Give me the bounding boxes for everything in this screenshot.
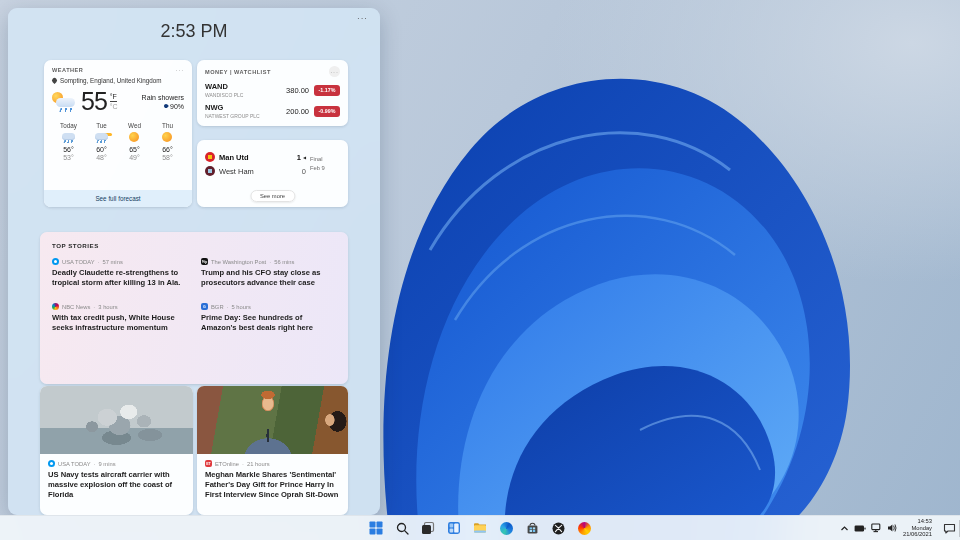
- task-view-icon: [421, 521, 435, 535]
- sports-widget[interactable]: Man Utd 1 ◀ West Ham 0 Final Feb 9 See m…: [197, 140, 348, 207]
- forecast-day[interactable]: Wed 65° 49°: [118, 122, 151, 161]
- weather-header: WEATHER: [52, 67, 83, 73]
- tray-clock[interactable]: 14:53 Monday 21/06/2021: [903, 518, 932, 539]
- file-explorer-button[interactable]: [470, 518, 490, 538]
- team-row: West Ham 0: [205, 164, 310, 178]
- bgr-logo-icon: [201, 303, 208, 310]
- news-headline[interactable]: Meghan Markle Shares 'Sentimental' Fathe…: [205, 470, 340, 500]
- match-status: Final: [310, 155, 323, 164]
- widgets-button[interactable]: [444, 518, 464, 538]
- money-header: MONEY | WATCHLIST: [205, 69, 271, 75]
- battery-icon[interactable]: [854, 524, 866, 533]
- forecast-day[interactable]: Thu 66° 58°: [151, 122, 184, 161]
- top-stories-widget: TOP STORIES USA TODAY · 57 mins Deadly C…: [40, 232, 348, 384]
- winner-marker-icon: ◀: [303, 155, 306, 160]
- man-utd-crest-icon: [205, 152, 215, 162]
- forecast-day[interactable]: Tue 60° 48°: [85, 122, 118, 161]
- see-more-button[interactable]: See more: [250, 190, 295, 202]
- harry-and-meghan-image: [197, 386, 348, 454]
- washington-post-logo-icon: [201, 258, 208, 265]
- story-item[interactable]: NBC News · 3 hours With tax credit push,…: [52, 303, 187, 333]
- taskbar: 14:53 Monday 21/06/2021: [0, 515, 960, 540]
- edge-icon: [500, 522, 513, 535]
- nbc-news-logo-icon: [52, 303, 59, 310]
- rain-icon: [62, 132, 75, 143]
- tray-date: 21/06/2021: [903, 531, 932, 538]
- panel-clock: 2:53 PM: [8, 21, 380, 42]
- file-explorer-icon: [473, 521, 487, 535]
- hidden-icons-chevron[interactable]: [840, 524, 849, 533]
- tray-day: Monday: [903, 525, 932, 532]
- story-headline[interactable]: With tax credit push, White House seeks …: [52, 313, 187, 333]
- stock-price: 380.00: [286, 86, 309, 95]
- chat-bubble-icon[interactable]: [943, 523, 956, 534]
- store-button[interactable]: [522, 518, 542, 538]
- story-item[interactable]: BGR · 5 hours Prime Day: See hundreds of…: [201, 303, 336, 333]
- rain-sun-icon: [95, 132, 108, 143]
- firefox-icon: [578, 522, 591, 535]
- tray-time: 14:53: [903, 518, 932, 525]
- location-pin-icon: [51, 77, 58, 84]
- widgets-panel: 2:53 PM ··· WEATHER ··· Sompting, Englan…: [8, 8, 380, 515]
- search-icon: [396, 522, 409, 535]
- news-headline[interactable]: US Navy tests aircraft carrier with mass…: [48, 470, 185, 500]
- money-watchlist-widget[interactable]: MONEY | WATCHLIST ··· WAND WANDISCO PLC …: [197, 60, 348, 126]
- volume-icon[interactable]: [887, 523, 898, 533]
- forecast-day[interactable]: Today 56° 53°: [52, 122, 85, 161]
- unit-celsius-toggle[interactable]: °C: [110, 103, 118, 110]
- store-icon: [526, 522, 539, 535]
- firefox-button[interactable]: [574, 518, 594, 538]
- usa-today-logo-icon: [52, 258, 59, 265]
- precip-drop-icon: [163, 103, 169, 109]
- edge-button[interactable]: [496, 518, 516, 538]
- xbox-icon: [552, 522, 565, 535]
- etonline-logo-icon: [205, 460, 212, 467]
- news-card[interactable]: USA TODAY · 9 mins US Navy tests aircraf…: [40, 386, 193, 515]
- story-headline[interactable]: Deadly Claudette re-strengthens to tropi…: [52, 268, 187, 288]
- stock-change-badge: -0.99%: [314, 106, 340, 117]
- start-icon: [369, 521, 383, 535]
- usa-today-logo-icon: [48, 460, 55, 467]
- task-view-button[interactable]: [418, 518, 438, 538]
- news-card[interactable]: ETOnline · 21 hours Meghan Markle Shares…: [197, 386, 348, 515]
- explosion-at-sea-image: [40, 386, 193, 454]
- weather-widget[interactable]: WEATHER ··· Sompting, England, United Ki…: [44, 60, 192, 207]
- see-full-forecast-button[interactable]: See full forecast: [44, 190, 192, 207]
- top-stories-header: TOP STORIES: [52, 242, 336, 249]
- unit-fahrenheit-toggle[interactable]: °F: [110, 93, 117, 102]
- panel-menu-icon[interactable]: ···: [357, 14, 368, 23]
- weather-location: Sompting, England, United Kingdom: [60, 77, 162, 84]
- current-temperature: 55: [81, 87, 107, 116]
- search-button[interactable]: [392, 518, 412, 538]
- story-headline[interactable]: Trump and his CFO stay close as prosecut…: [201, 268, 336, 288]
- team-score: 1 ◀: [297, 153, 310, 162]
- sunny-icon: [128, 132, 141, 143]
- story-item[interactable]: USA TODAY · 57 mins Deadly Claudette re-…: [52, 258, 187, 288]
- story-item[interactable]: The Washington Post · 56 mins Trump and …: [201, 258, 336, 288]
- west-ham-crest-icon: [205, 166, 215, 176]
- stock-row[interactable]: WAND WANDISCO PLC 380.00 -1.17%: [205, 82, 340, 98]
- start-button[interactable]: [366, 518, 386, 538]
- money-menu-icon[interactable]: ···: [329, 66, 340, 77]
- story-headline[interactable]: Prime Day: See hundreds of Amazon's best…: [201, 313, 336, 333]
- desktop: 2:53 PM ··· WEATHER ··· Sompting, Englan…: [0, 0, 960, 540]
- sun-cloud-rain-icon: [52, 91, 78, 113]
- stock-change-badge: -1.17%: [314, 85, 340, 96]
- match-date: Feb 9: [310, 164, 325, 173]
- weather-condition: Rain showers: [142, 94, 184, 101]
- weather-menu-icon[interactable]: ···: [176, 67, 184, 73]
- widgets-icon: [447, 521, 461, 535]
- xbox-button[interactable]: [548, 518, 568, 538]
- network-icon[interactable]: [871, 523, 882, 533]
- sunny-icon: [161, 132, 174, 143]
- precip-chance: 90%: [170, 103, 184, 110]
- team-score: 0: [302, 167, 310, 176]
- stock-price: 200.00: [286, 107, 309, 116]
- team-row: Man Utd 1 ◀: [205, 150, 310, 164]
- stock-row[interactable]: NWG NATWEST GROUP PLC 200.00 -0.99%: [205, 103, 340, 119]
